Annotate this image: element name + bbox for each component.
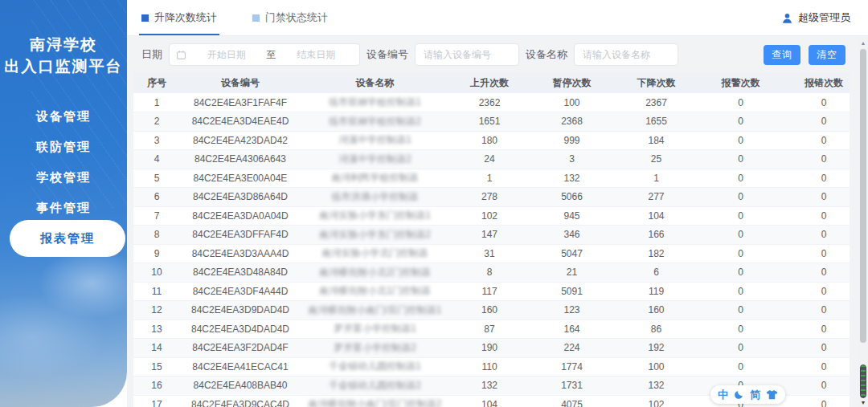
cell-error-count: 0 <box>783 169 850 188</box>
app-title-line2: 出入口监测平台 <box>0 55 127 77</box>
clear-button[interactable]: 清空 <box>809 45 845 65</box>
cell-device-id: 84C2E4EA3DA0A04D <box>180 206 301 226</box>
table-row: 12 84C2E4EA3D9DAD4D 南浔横街附小南门/后门控制器1 160 … <box>133 301 850 320</box>
filter-buttons: 查询 清空 <box>764 45 845 65</box>
sidebar: 南浔学校 出入口监测平台 设备管理 联防管理 学校管理 事件管理 报表管理 <box>0 0 127 407</box>
ime-simplified-label[interactable]: 简 <box>750 388 760 402</box>
cell-up-count: 132 <box>449 376 530 396</box>
device-id-label: 设备编号 <box>366 47 408 62</box>
cell-down-count: 119 <box>614 282 698 301</box>
moon-icon[interactable] <box>734 389 744 400</box>
cell-pause-count: 945 <box>530 206 614 226</box>
cell-pause-count: 5047 <box>530 244 614 263</box>
table-row: 13 84C2E4EA3D4DAD4D 罗开富小学控制器1 87 164 86 … <box>133 319 850 339</box>
header-error-count: 报错次数 <box>783 72 850 93</box>
table-row: 11 84C2E4EA3DF4A44D 南浔横街附小北1门控制器 117 509… <box>133 282 850 301</box>
scroll-up-arrow[interactable]: ▲ <box>858 39 868 47</box>
cell-device-name: 南浔实验小学东门控制器1 <box>301 206 449 226</box>
tab-active-square-icon <box>141 14 149 22</box>
cell-error-count: 0 <box>783 188 850 207</box>
cell-alarm-count: 0 <box>698 319 783 339</box>
ime-toolbar[interactable]: 中 简 <box>710 385 785 404</box>
cell-index: 9 <box>133 244 180 263</box>
scrollbar-bottom-thumb[interactable] <box>860 364 866 398</box>
cell-alarm-count: 0 <box>698 301 783 320</box>
table-row: 10 84C2E4EA3D48A84D 南浔横街附小北2门控制器 8 21 6 … <box>133 263 850 283</box>
cell-device-name: 南浔实验小学北门控制器 <box>301 244 449 263</box>
cell-alarm-count: 0 <box>698 93 783 112</box>
device-name-input[interactable] <box>574 43 678 66</box>
sidebar-item-report-management[interactable]: 报表管理 <box>10 220 125 257</box>
tab-access-status-statistics[interactable]: 门禁状态统计 <box>252 0 328 35</box>
cell-down-count: 132 <box>614 376 698 396</box>
search-button[interactable]: 查询 <box>764 45 800 65</box>
cell-device-id: 84C2E4EA3E00A04E <box>180 169 301 188</box>
tab-inactive-square-icon <box>252 14 260 22</box>
cell-down-count: 25 <box>614 150 698 169</box>
cell-alarm-count: 0 <box>698 112 783 132</box>
shirt-skin-icon[interactable] <box>766 389 778 400</box>
cell-index: 15 <box>133 357 180 376</box>
sidebar-item-event-management[interactable]: 事件管理 <box>0 193 127 223</box>
scroll-down-arrow[interactable]: ▼ <box>858 399 868 407</box>
cell-alarm-count: 0 <box>698 206 783 226</box>
cell-error-count: 0 <box>783 301 850 320</box>
sidebar-item-school-management[interactable]: 学校管理 <box>0 162 127 193</box>
cell-up-count: 190 <box>449 339 530 358</box>
table-row: 5 84C2E4EA3E00A04E 南浔利民学校控制器 1 132 1 0 0 <box>133 169 850 188</box>
scrollbar-thumb[interactable] <box>860 49 866 343</box>
cell-down-count: 184 <box>614 131 698 150</box>
sidebar-item-joint-defense-management[interactable]: 联防管理 <box>0 132 127 162</box>
cell-device-name: 南浔横街附小北1门控制器 <box>301 282 449 301</box>
cell-pause-count: 224 <box>530 339 614 358</box>
cell-device-name: 浔溪中学控制器1 <box>301 131 449 150</box>
date-range-picker[interactable]: 开始日期 至 结束日期 <box>169 43 360 66</box>
table-row: 2 84C2E4EA3D4EAE4D 练市双林学校控制器2 1651 2368 … <box>133 112 850 132</box>
cell-pause-count: 132 <box>530 169 614 188</box>
cell-index: 10 <box>133 263 180 283</box>
cell-device-name: 千金镇幼儿园控制器2 <box>301 376 449 396</box>
cell-device-id: 84C2E4EA3F2DAD4F <box>180 339 301 358</box>
cell-pause-count: 346 <box>530 226 614 245</box>
cell-error-count: 0 <box>783 112 850 132</box>
table-row: 1 84C2E4EA3F1FAF4F 练市双林学校控制器1 2362 100 2… <box>133 93 850 112</box>
cell-up-count: 278 <box>449 188 530 207</box>
date-range-separator: 至 <box>267 48 276 62</box>
cell-pause-count: 21 <box>530 263 614 283</box>
cell-device-id: 84C2E4EA3D4EAE4D <box>180 112 301 132</box>
cell-up-count: 1 <box>449 169 530 188</box>
cell-device-name: 练市洪塘小学控制器 <box>301 188 449 207</box>
cell-index: 7 <box>133 206 180 226</box>
tab-lift-count-statistics[interactable]: 升降次数统计 <box>141 0 217 35</box>
header-device-name: 设备名称 <box>301 72 449 93</box>
cell-index: 14 <box>133 339 180 358</box>
cell-alarm-count: 0 <box>698 150 783 169</box>
cell-device-id: 84C2E4EA408BAB40 <box>180 376 301 396</box>
cell-error-count: 0 <box>783 319 850 339</box>
vertical-scrollbar[interactable]: ▲ ▼ <box>858 36 868 407</box>
cell-index: 8 <box>133 226 180 245</box>
cell-index: 3 <box>133 131 180 150</box>
cell-alarm-count: 0 <box>698 188 783 207</box>
cell-up-count: 180 <box>449 131 530 150</box>
cell-error-count: 0 <box>783 93 850 112</box>
cell-pause-count: 100 <box>530 93 614 112</box>
device-id-input[interactable] <box>415 43 519 66</box>
cell-device-name: 南浔横街附小南门/后门控制器2 <box>301 395 449 407</box>
cell-index: 1 <box>133 93 180 112</box>
cell-device-id: 84C2E4EA41ECAC41 <box>180 357 301 376</box>
cell-down-count: 100 <box>614 357 698 376</box>
sidebar-item-device-management[interactable]: 设备管理 <box>0 101 127 132</box>
cell-pause-count: 164 <box>530 319 614 339</box>
cell-error-count: 0 <box>783 395 850 407</box>
cell-device-id: 84C2E4EA3D9DAD4D <box>180 301 301 320</box>
ime-chinese-mode-label[interactable]: 中 <box>718 388 728 402</box>
table-row: 6 84C2E4EA3D86A64D 练市洪塘小学控制器 278 5066 27… <box>133 188 850 207</box>
cell-index: 5 <box>133 169 180 188</box>
cell-up-count: 104 <box>449 395 530 407</box>
cell-alarm-count: 0 <box>698 357 783 376</box>
user-menu[interactable]: 超级管理员 <box>781 10 850 25</box>
cell-device-name: 南浔横街附小南门/后门控制器1 <box>301 301 449 320</box>
cell-up-count: 2362 <box>449 93 530 112</box>
tab-label: 门禁状态统计 <box>265 10 328 25</box>
